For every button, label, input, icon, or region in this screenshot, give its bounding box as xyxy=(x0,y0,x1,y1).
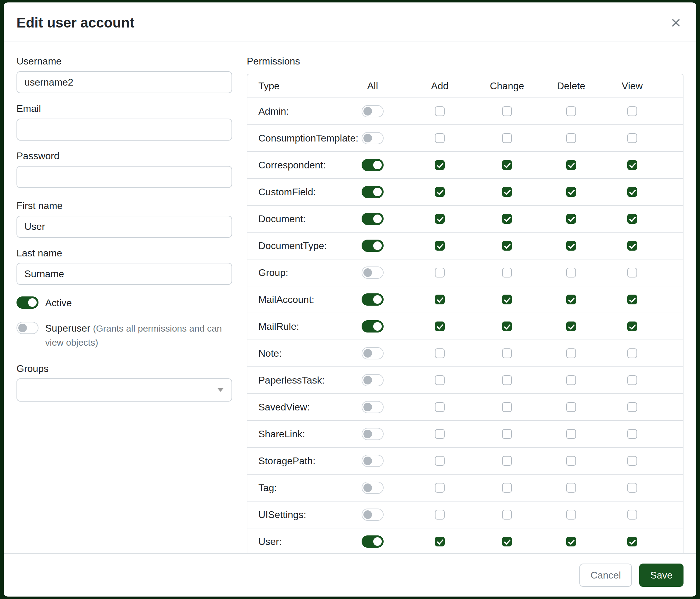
permission-delete-checkbox[interactable] xyxy=(566,295,576,304)
permission-view-checkbox[interactable] xyxy=(627,187,637,197)
permission-delete-checkbox[interactable] xyxy=(566,187,576,197)
last-name-field[interactable] xyxy=(17,263,232,285)
permission-all-toggle[interactable] xyxy=(361,240,383,252)
permission-delete-checkbox[interactable] xyxy=(566,456,576,466)
permission-delete-checkbox[interactable] xyxy=(566,483,576,493)
permission-view-checkbox[interactable] xyxy=(627,133,637,143)
permission-change-checkbox[interactable] xyxy=(502,537,512,546)
permission-delete-checkbox[interactable] xyxy=(566,402,576,412)
permission-view-checkbox[interactable] xyxy=(627,321,637,331)
active-toggle[interactable] xyxy=(17,296,39,309)
permission-all-toggle[interactable] xyxy=(361,320,383,333)
close-icon[interactable]: × xyxy=(668,14,683,31)
permission-delete-checkbox[interactable] xyxy=(566,537,576,546)
permission-change-checkbox[interactable] xyxy=(502,241,512,250)
username-input[interactable] xyxy=(17,71,232,93)
permission-delete-checkbox[interactable] xyxy=(566,268,576,278)
permission-all-toggle[interactable] xyxy=(361,401,383,413)
permission-all-toggle[interactable] xyxy=(361,213,383,225)
permission-all-toggle[interactable] xyxy=(361,186,383,198)
permission-view-checkbox[interactable] xyxy=(627,402,637,412)
permission-all-toggle[interactable] xyxy=(361,374,383,386)
permission-view-checkbox[interactable] xyxy=(627,214,637,224)
permission-add-checkbox[interactable] xyxy=(435,241,445,250)
permission-view-checkbox[interactable] xyxy=(627,160,637,170)
toggle-knob xyxy=(373,322,382,331)
permission-delete-checkbox[interactable] xyxy=(566,429,576,439)
permission-add-checkbox[interactable] xyxy=(435,402,445,412)
permission-change-checkbox[interactable] xyxy=(502,402,512,412)
permission-delete-checkbox[interactable] xyxy=(566,510,576,520)
permission-change-checkbox[interactable] xyxy=(502,321,512,331)
permission-view-checkbox[interactable] xyxy=(627,295,637,304)
permission-add-checkbox[interactable] xyxy=(435,295,445,304)
superuser-toggle[interactable] xyxy=(17,322,39,334)
permission-view-checkbox[interactable] xyxy=(627,106,637,116)
permission-add-checkbox[interactable] xyxy=(435,160,445,170)
permission-add-checkbox[interactable] xyxy=(435,429,445,439)
permission-add-checkbox[interactable] xyxy=(435,106,445,116)
permission-change-checkbox[interactable] xyxy=(502,106,512,116)
permission-change-checkbox[interactable] xyxy=(502,133,512,143)
permission-add-checkbox[interactable] xyxy=(435,510,445,520)
permission-view-checkbox[interactable] xyxy=(627,375,637,385)
permission-delete-checkbox[interactable] xyxy=(566,133,576,143)
permission-view-checkbox[interactable] xyxy=(627,241,637,250)
permission-change-checkbox[interactable] xyxy=(502,268,512,278)
permission-delete-checkbox[interactable] xyxy=(566,349,576,358)
permission-delete-checkbox[interactable] xyxy=(566,321,576,331)
permission-add-checkbox[interactable] xyxy=(435,375,445,385)
permission-all-toggle[interactable] xyxy=(361,105,383,117)
permission-view-checkbox[interactable] xyxy=(627,483,637,493)
permission-change-checkbox[interactable] xyxy=(502,187,512,197)
permission-row: Document: xyxy=(247,205,683,232)
permission-change-checkbox[interactable] xyxy=(502,160,512,170)
permission-view-checkbox[interactable] xyxy=(627,268,637,278)
password-field[interactable] xyxy=(17,166,232,188)
permission-all-toggle[interactable] xyxy=(361,428,383,440)
permission-delete-checkbox[interactable] xyxy=(566,214,576,224)
permission-all-toggle[interactable] xyxy=(361,535,383,548)
permission-delete-checkbox[interactable] xyxy=(566,106,576,116)
first-name-field[interactable] xyxy=(17,216,232,238)
permission-view-checkbox[interactable] xyxy=(627,429,637,439)
permission-add-checkbox[interactable] xyxy=(435,214,445,224)
permission-change-checkbox[interactable] xyxy=(502,429,512,439)
permission-add-checkbox[interactable] xyxy=(435,456,445,466)
permission-delete-checkbox[interactable] xyxy=(566,375,576,385)
email-field[interactable] xyxy=(17,119,232,141)
permission-view-checkbox[interactable] xyxy=(627,349,637,358)
permission-all-toggle[interactable] xyxy=(361,482,383,494)
permission-change-checkbox[interactable] xyxy=(502,214,512,224)
permission-change-checkbox[interactable] xyxy=(502,375,512,385)
permission-change-checkbox[interactable] xyxy=(502,483,512,493)
permission-change-checkbox[interactable] xyxy=(502,295,512,304)
toggle-knob xyxy=(18,324,27,332)
permission-all-toggle[interactable] xyxy=(361,455,383,467)
permission-view-checkbox[interactable] xyxy=(627,537,637,546)
permission-view-checkbox[interactable] xyxy=(627,510,637,520)
groups-select[interactable] xyxy=(17,378,232,402)
cancel-button[interactable]: Cancel xyxy=(579,564,632,587)
permission-all-toggle[interactable] xyxy=(361,159,383,171)
permission-all-toggle[interactable] xyxy=(361,293,383,306)
permission-add-checkbox[interactable] xyxy=(435,133,445,143)
permission-all-toggle[interactable] xyxy=(361,347,383,359)
permission-all-toggle[interactable] xyxy=(361,266,383,279)
permission-row: ConsumptionTemplate: xyxy=(247,124,683,151)
permission-change-checkbox[interactable] xyxy=(502,456,512,466)
permission-all-toggle[interactable] xyxy=(361,508,383,521)
permission-add-checkbox[interactable] xyxy=(435,187,445,197)
permission-change-checkbox[interactable] xyxy=(502,349,512,358)
permission-delete-checkbox[interactable] xyxy=(566,241,576,250)
permission-add-checkbox[interactable] xyxy=(435,349,445,358)
permission-add-checkbox[interactable] xyxy=(435,321,445,331)
permission-all-toggle[interactable] xyxy=(361,132,383,144)
permission-add-checkbox[interactable] xyxy=(435,268,445,278)
permission-add-checkbox[interactable] xyxy=(435,483,445,493)
save-button[interactable]: Save xyxy=(639,564,683,587)
permission-add-checkbox[interactable] xyxy=(435,537,445,546)
permission-view-checkbox[interactable] xyxy=(627,456,637,466)
permission-change-checkbox[interactable] xyxy=(502,510,512,520)
permission-delete-checkbox[interactable] xyxy=(566,160,576,170)
